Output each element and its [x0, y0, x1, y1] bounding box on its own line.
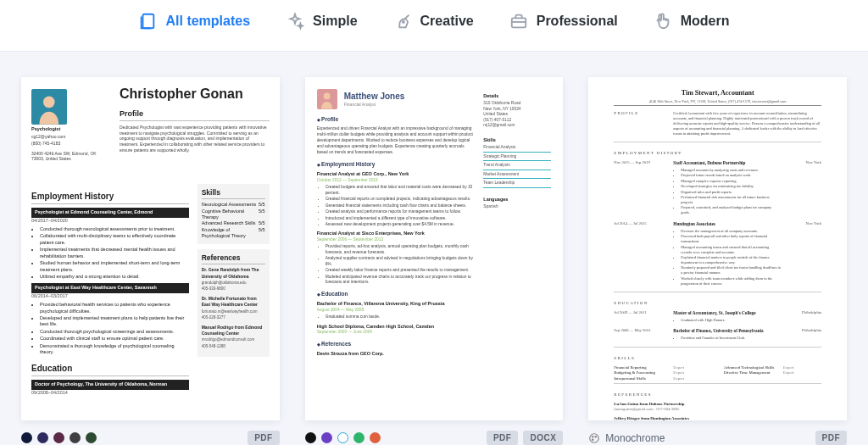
pdf-badge[interactable]: PDF: [487, 431, 519, 445]
card-footer: PDF DOCX: [305, 420, 564, 445]
color-swatch[interactable]: [305, 432, 316, 443]
pdf-badge[interactable]: PDF: [815, 431, 848, 445]
briefcase-icon: [509, 12, 528, 31]
resume-preview: Tim Stewart, Accountant 4146 56th Street…: [588, 77, 847, 420]
filter-label: Professional: [537, 14, 618, 29]
filter-modern[interactable]: Modern: [654, 12, 730, 31]
card-footer: Monochrome PDF: [588, 420, 847, 445]
svg-point-8: [593, 439, 593, 440]
color-swatch[interactable]: [370, 432, 381, 443]
filter-label: Modern: [681, 14, 730, 29]
svg-rect-0: [143, 14, 154, 29]
resume-name: Christopher Gonan: [120, 87, 270, 102]
svg-point-1: [403, 21, 404, 23]
color-swatches: [21, 432, 97, 443]
color-swatch[interactable]: [321, 432, 332, 443]
filter-label: Creative: [420, 14, 474, 29]
color-swatch[interactable]: [337, 432, 348, 443]
color-swatch[interactable]: [37, 432, 48, 443]
filter-label: All templates: [165, 14, 250, 29]
docx-badge[interactable]: DOCX: [523, 431, 563, 445]
monochrome-label: Monochrome: [605, 432, 665, 444]
svg-point-7: [595, 436, 596, 437]
filter-professional[interactable]: Professional: [509, 12, 618, 31]
filter-bar: All templates Simple Creative Profession…: [0, 0, 868, 52]
svg-rect-2: [511, 18, 526, 27]
sparkles-icon: [286, 12, 304, 31]
rock-hand-icon: [654, 12, 672, 31]
color-swatch[interactable]: [21, 432, 32, 443]
color-swatch[interactable]: [70, 432, 81, 443]
template-cards: Psychologist cg12@yahoo.com (800) 745-41…: [0, 52, 868, 445]
resume-preview: Psychologist cg12@yahoo.com (800) 745-41…: [21, 77, 280, 420]
filter-simple[interactable]: Simple: [286, 12, 357, 31]
template-card-1[interactable]: Psychologist cg12@yahoo.com (800) 745-41…: [21, 77, 280, 445]
pdf-badge[interactable]: PDF: [248, 431, 280, 445]
svg-point-5: [590, 433, 599, 442]
templates-icon: [138, 12, 157, 31]
color-swatch[interactable]: [53, 432, 64, 443]
monochrome-option[interactable]: Monochrome: [588, 432, 665, 444]
svg-point-3: [43, 97, 55, 108]
svg-point-6: [593, 436, 593, 437]
template-card-3[interactable]: Tim Stewart, Accountant 4146 56th Street…: [588, 77, 847, 445]
card-footer: PDF: [21, 420, 280, 445]
template-card-2[interactable]: Matthew JonesFinancial Analyst Profile E…: [305, 77, 564, 445]
color-swatch[interactable]: [86, 432, 97, 443]
palette-icon: [588, 432, 600, 444]
color-swatch[interactable]: [353, 432, 364, 443]
filter-creative[interactable]: Creative: [393, 12, 474, 31]
svg-point-4: [324, 93, 331, 100]
color-swatches: [305, 432, 381, 443]
filter-label: Simple: [313, 14, 357, 29]
filter-all-templates[interactable]: All templates: [138, 12, 250, 31]
resume-preview: Matthew JonesFinancial Analyst Profile E…: [305, 77, 564, 420]
unicorn-icon: [393, 12, 412, 31]
